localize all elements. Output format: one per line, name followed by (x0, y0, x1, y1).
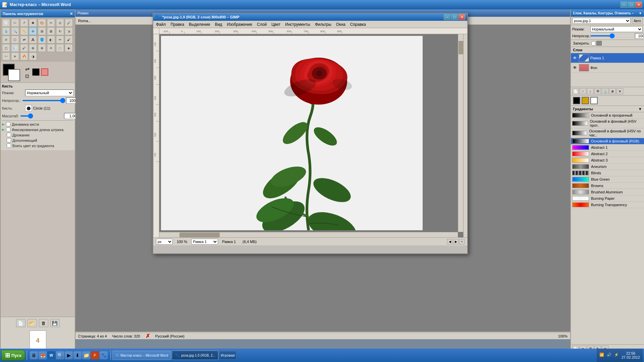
delete-layer-button[interactable]: ✕ (616, 88, 623, 94)
pencil-tool[interactable]: ✏ (56, 36, 64, 44)
unit-selector[interactable]: px (156, 239, 173, 245)
opacity-slider[interactable] (22, 100, 65, 101)
clone-tool[interactable]: ⊕ (29, 44, 37, 52)
gimp-menu-tools[interactable]: Инструменты (284, 21, 312, 27)
gimp-maximize-button[interactable]: □ (451, 14, 458, 20)
lock-pixels-checkbox[interactable] (591, 41, 596, 46)
canvas-vertical-scrollbar[interactable] (458, 34, 463, 232)
media-player-icon[interactable]: ▶ (65, 351, 73, 359)
torrent-icon[interactable]: ⬇ (73, 351, 82, 359)
paintbrush-tool[interactable]: 🖌 (65, 36, 73, 44)
color-picker-tool[interactable]: 💧 (2, 27, 10, 35)
gimp-menu-image[interactable]: Изображение (225, 21, 254, 27)
sharpen-tool[interactable]: ◈ (65, 44, 73, 52)
blur-tool[interactable]: ◌ (56, 44, 64, 52)
word-icon[interactable]: W (47, 351, 55, 359)
auto-button[interactable]: Авто (632, 18, 643, 24)
gimp-menu-filters[interactable]: Фильтры (314, 21, 333, 27)
gradient-item-10[interactable]: Browns (571, 183, 644, 189)
burn-tool[interactable]: 🔥 (20, 52, 28, 60)
swap-colors-icon[interactable]: ⇌ (25, 66, 30, 72)
additive-checkbox[interactable] (7, 138, 11, 142)
scroll-thumb-v[interactable] (459, 41, 463, 54)
scissors-select-tool[interactable]: ✂ (47, 19, 55, 27)
pick-gradient-checkbox[interactable] (7, 143, 11, 148)
gimp-taskbar-icon[interactable]: 🐾 (100, 351, 108, 359)
paths-tool[interactable]: 🖊 (65, 19, 73, 27)
measure-tool[interactable]: 📏 (20, 27, 28, 35)
scale-slider[interactable] (20, 115, 63, 117)
toolbox-open-button[interactable]: 📂 (28, 319, 37, 327)
layer-visibility-frame[interactable]: 👁 (572, 55, 578, 61)
dynamics-expand-icon[interactable]: ▶ (2, 122, 5, 126)
gimp-menu-view[interactable]: Вид (214, 21, 224, 27)
fuzzy-select-tool[interactable]: ✱ (29, 19, 37, 27)
gradient-item-3[interactable]: Основной в фоновый (RGB) (571, 138, 644, 144)
scroll-right-button[interactable]: ▶ (453, 239, 459, 244)
gradient-item-2[interactable]: Основной в фоновый (HSV по час.. (571, 128, 644, 138)
font-name-selector[interactable]: Roma... (77, 18, 93, 23)
duplicate-layer-button[interactable]: ⧉ (594, 88, 601, 94)
quick-mask-on-icon[interactable] (41, 68, 48, 76)
brush-mode-select[interactable]: Нормальный (25, 89, 73, 96)
gradient-item-7[interactable]: Aneurism (571, 164, 644, 170)
quick-mask-off-icon[interactable] (32, 68, 40, 76)
mid-swatch[interactable] (582, 97, 589, 104)
maximize-button[interactable]: □ (628, 2, 635, 8)
fixed-stroke-checkbox[interactable] (6, 127, 10, 132)
reset-colors-icon[interactable]: ⊡ (25, 73, 30, 79)
move-layer-down-button[interactable]: ↓ (587, 88, 594, 94)
gradient-item-8[interactable]: Blinds (571, 170, 644, 176)
gimp-taskbar-button[interactable]: 🐾 роза.jpg-1.0 (RGB, 2... (172, 351, 218, 360)
toolbox-close-icon[interactable]: ✕ (70, 12, 73, 16)
panel-menu-icon[interactable]: ▼ (639, 11, 642, 15)
scroll-thumb-h[interactable] (179, 233, 220, 237)
bg-swatch[interactable] (590, 97, 598, 104)
canvas-horizontal-scrollbar[interactable] (159, 232, 458, 237)
dodge-tool[interactable]: ☀ (11, 52, 19, 60)
tray-icon-1[interactable]: 📶 (599, 353, 605, 358)
move-layer-up-button[interactable]: ↑ (580, 88, 586, 94)
layer-item-frame[interactable]: 👁 Рамка 1 (571, 53, 644, 63)
gradient-item-12[interactable]: Burning Paper (571, 195, 644, 202)
perspective-clone-tool[interactable]: ⧇ (47, 44, 55, 52)
search-icon[interactable]: 🔍 (56, 351, 64, 359)
ellipse-select-tool[interactable]: ⬭ (11, 19, 19, 27)
gimp-menu-edit[interactable]: Правка (169, 21, 186, 27)
toolbox-new-button[interactable]: 📄 (16, 319, 25, 327)
image-selector[interactable]: роза.jpg-1 (572, 18, 631, 24)
gimp-menu-select[interactable]: Выделение (187, 21, 212, 27)
foreground-select-tool[interactable]: ⊙ (56, 19, 64, 27)
fg-swatch[interactable] (573, 97, 580, 104)
powerpoint-icon[interactable]: P (91, 351, 99, 359)
layer-visibility-bg[interactable]: 👁 (572, 65, 578, 70)
explorer-icon[interactable]: 📁 (82, 351, 90, 359)
free-select-tool[interactable]: 𝓁 (20, 19, 28, 27)
gimp-canvas-area[interactable] (159, 34, 463, 237)
flip-tool[interactable]: ⇄ (20, 36, 28, 44)
anchor-layer-button[interactable]: ⚓ (602, 88, 608, 94)
fixed-stroke-expand-icon[interactable]: ▶ (2, 128, 5, 131)
new-layer-button[interactable]: 📄 (572, 88, 579, 94)
toolbox-save-button[interactable]: 💾 (50, 319, 60, 327)
eraser-tool[interactable]: ◻ (2, 44, 10, 52)
gimp-menu-colors[interactable]: Цвет (270, 21, 282, 27)
gradient-item-4[interactable]: Abstract 1 (571, 144, 644, 151)
text-tool[interactable]: A (29, 36, 37, 44)
toolbox-delete-button[interactable]: 🗑 (39, 319, 48, 327)
layer-item-bg[interactable]: 👁 Фон (571, 63, 644, 73)
layer-opacity-slider[interactable] (590, 35, 634, 37)
scroll-left-button[interactable]: ◀ (447, 239, 452, 244)
gradient-item-5[interactable]: Abstract 2 (571, 151, 644, 157)
word-taskbar-button[interactable]: W Мастер-класс – Microsoft Word (112, 351, 171, 360)
desaturate-tool[interactable]: ◑ (29, 52, 37, 60)
zoom-fit-button[interactable]: + (459, 239, 465, 244)
gimp-menu-layer[interactable]: Слой (256, 21, 268, 27)
gradient-item-13[interactable]: Burning Transparency (571, 202, 644, 208)
ink-tool[interactable]: 🖋 (20, 44, 28, 52)
rect-select-tool[interactable]: ⬜ (2, 19, 10, 27)
gradient-item-6[interactable]: Abstract 3 (571, 157, 644, 164)
system-clock[interactable]: 22:56 27.02.2012 (622, 351, 640, 359)
heal-tool[interactable]: ⊗ (38, 44, 46, 52)
gimp-minimize-button[interactable]: ─ (444, 14, 450, 20)
